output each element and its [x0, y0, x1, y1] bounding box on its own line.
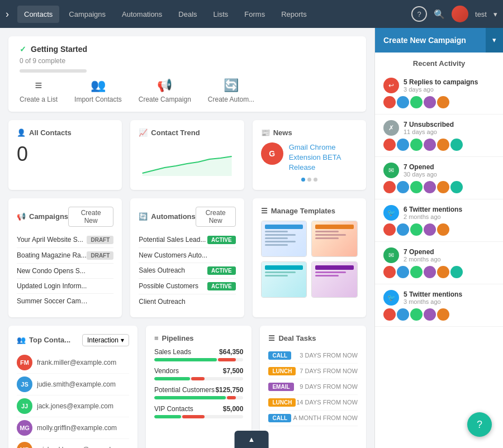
- contact-list-item[interactable]: MG molly.griffin@example.com: [17, 417, 129, 439]
- automation-list-item[interactable]: Potential Sales Lead... ACTIVE: [139, 232, 235, 248]
- template-2[interactable]: [311, 221, 358, 257]
- bottom-bar[interactable]: ▲: [235, 431, 269, 448]
- mini-avatar: [383, 266, 396, 278]
- deal-tasks-header: ☰ Deal Tasks: [268, 334, 358, 342]
- automation-name: Client Outreach: [139, 298, 185, 306]
- deal-task-item[interactable]: CALL 3 DAYS FROM NOW: [268, 348, 358, 364]
- nav-deals[interactable]: Deals: [172, 6, 203, 23]
- automation-list-item[interactable]: Client Outreach: [139, 294, 235, 309]
- contact-list-item[interactable]: FM frank.miller@example.com: [17, 352, 129, 374]
- nav-contacts[interactable]: Contacts: [17, 6, 59, 23]
- pipelines-header: ≡ Pipelines: [154, 334, 244, 342]
- nav-automations[interactable]: Automations: [115, 6, 169, 23]
- mini-avatar: [410, 308, 423, 321]
- nav-toggle-icon[interactable]: ›: [6, 8, 9, 20]
- campaign-list-item[interactable]: Your April Website S... DRAFT: [17, 232, 113, 248]
- template-3[interactable]: [261, 261, 307, 298]
- interaction-filter-btn[interactable]: Interaction ▾: [82, 334, 129, 346]
- create-campaign-dropdown-btn[interactable]: ▾: [486, 28, 503, 53]
- campaign-status-badge: DRAFT: [87, 251, 113, 260]
- contact-avatar: JJ: [17, 398, 32, 414]
- help-fab[interactable]: ?: [467, 412, 492, 437]
- deal-task-item[interactable]: LUNCH 7 DAYS FROM NOW: [268, 364, 358, 379]
- automation-name: Potential Sales Lead...: [139, 236, 206, 244]
- news-dot-3[interactable]: [314, 178, 317, 182]
- chevron-down-icon: ▾: [121, 336, 124, 344]
- help-icon[interactable]: ?: [411, 6, 427, 22]
- top-cards-row: 👤 All Contacts 0 📈 Contact Trend: [8, 120, 366, 190]
- gs-step-import[interactable]: 👥 Import Contacts: [74, 78, 122, 103]
- activity-item: ↩ 5 Replies to campaigns 3 days ago: [375, 72, 503, 115]
- automation-list-item[interactable]: Possible Customers ACTIVE: [139, 279, 235, 294]
- nav-campaigns[interactable]: Campaigns: [62, 6, 112, 23]
- gs-step-campaign[interactable]: 📢 Create Campaign: [139, 78, 191, 103]
- mini-avatar: [424, 266, 436, 278]
- news-dot-1[interactable]: [301, 178, 305, 182]
- getting-started-header: ✓ Getting Started: [20, 45, 355, 54]
- pipeline-value: $5,000: [223, 405, 244, 413]
- pipeline-name: VIP Contacts: [154, 405, 193, 413]
- search-icon[interactable]: 🔍: [434, 9, 445, 20]
- campaign-list-item[interactable]: Updated Login Inform...: [17, 279, 113, 294]
- contact-avatar: JS: [17, 376, 32, 392]
- template-4[interactable]: [311, 261, 358, 298]
- automation-list-item[interactable]: Sales Outreach ACTIVE: [139, 263, 235, 279]
- pipeline-fill-green: [154, 377, 190, 380]
- campaigns-icon: 📢: [17, 212, 26, 221]
- nav-forms[interactable]: Forms: [238, 6, 272, 23]
- contact-avatar: MG: [17, 420, 32, 436]
- automation-name: Possible Customers: [139, 282, 198, 290]
- pipelines-icon: ≡: [154, 334, 159, 342]
- contact-list-item[interactable]: JS judie.smith@example.com: [17, 374, 129, 395]
- user-menu-chevron[interactable]: ▾: [493, 10, 497, 18]
- contact-count: 0: [17, 142, 113, 166]
- mini-avatar: [424, 139, 436, 151]
- pipeline-name: Vendors: [154, 367, 179, 375]
- activity-header: 🐦 6 Twitter mentions 2 months ago: [383, 205, 495, 221]
- deal-task-item[interactable]: LUNCH 14 DAYS FROM NOW: [268, 395, 358, 411]
- pipeline-name: Potential Customers: [154, 386, 215, 394]
- nav-links: Contacts Campaigns Automations Deals Lis…: [17, 6, 411, 23]
- deal-tasks-card: ☰ Deal Tasks CALL 3 DAYS FROM NOWLUNCH 7…: [260, 326, 366, 448]
- campaigns-create-btn[interactable]: Create New: [68, 207, 113, 227]
- news-headline[interactable]: Gmail Chrome Extension BETA Release: [289, 142, 358, 173]
- contact-list-item[interactable]: MB michael.barson@example.com: [17, 439, 129, 448]
- deal-task-item[interactable]: EMAIL 9 DAYS FROM NOW: [268, 379, 358, 395]
- automations-create-btn[interactable]: Create New: [196, 207, 236, 227]
- mini-avatar: [450, 266, 463, 278]
- automation-icon: 🔄: [224, 78, 239, 93]
- campaign-icon: 📢: [157, 78, 172, 93]
- automation-status-badge: ACTIVE: [207, 236, 236, 244]
- mini-avatar: [383, 308, 396, 321]
- contact-avatar: FM: [17, 355, 32, 370]
- campaign-list-item[interactable]: Boating Magazine Ra... DRAFT: [17, 248, 113, 264]
- mini-avatar: [437, 308, 449, 321]
- create-campaign-btn[interactable]: Create New Campaign: [375, 28, 486, 53]
- campaign-list-item[interactable]: Summer Soccer Camp...: [17, 294, 113, 308]
- automation-list-item[interactable]: New Customers Auto...: [139, 248, 235, 263]
- campaign-list-item[interactable]: New Condo Opens S...: [17, 264, 113, 279]
- avatar[interactable]: [452, 6, 468, 22]
- contact-list-item[interactable]: JJ jack.jones@example.com: [17, 395, 129, 417]
- news-card: 📰 News G Gmail Chrome Extension BETA Rel…: [253, 120, 366, 190]
- top-contacts-card: 👥 Top Conta... Interaction ▾ FM frank.mi…: [8, 326, 137, 448]
- template-1[interactable]: [261, 221, 307, 257]
- deal-task-item[interactable]: CALL A MONTH FROM NOW: [268, 411, 358, 426]
- gs-step-automation[interactable]: 🔄 Create Autom...: [208, 78, 254, 103]
- activity-header: ✗ 7 Unsubscribed 11 days ago: [383, 120, 495, 136]
- manage-templates-card: ☰ Manage Templates: [253, 198, 366, 317]
- navbar: › Contacts Campaigns Automations Deals L…: [0, 0, 503, 28]
- automations-list: Potential Sales Lead... ACTIVENew Custom…: [139, 232, 235, 309]
- all-contacts-title: 👤 All Contacts: [17, 128, 113, 137]
- nav-reports[interactable]: Reports: [274, 6, 314, 23]
- templates-title: ☰ Manage Templates: [261, 207, 335, 215]
- gs-step-create-list[interactable]: ≡ Create a List: [20, 78, 58, 103]
- activity-avatars: [383, 223, 495, 236]
- bottom-cards-row: 👥 Top Conta... Interaction ▾ FM frank.mi…: [8, 326, 366, 448]
- nav-lists[interactable]: Lists: [207, 6, 235, 23]
- activity-info: 5 Twitter mentions 3 months ago: [404, 290, 495, 305]
- mini-avatar: [397, 308, 409, 321]
- activity-item: ✗ 7 Unsubscribed 11 days ago: [375, 115, 503, 157]
- news-dot-2[interactable]: [307, 178, 311, 182]
- activity-time: 2 months ago: [404, 213, 495, 220]
